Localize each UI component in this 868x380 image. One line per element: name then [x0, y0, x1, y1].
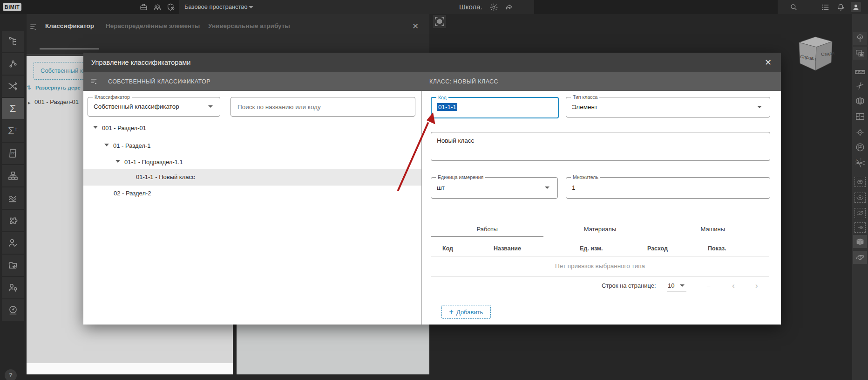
solid-view-icon[interactable] — [853, 235, 867, 248]
class-type-value: Элемент — [572, 97, 597, 117]
projects-icon[interactable] — [139, 3, 148, 12]
model-tree-icon[interactable] — [2, 31, 24, 52]
dialog-title-bar: Управление классификаторами — [83, 53, 781, 72]
tab-universal-attributes[interactable]: Универсальные атрибуты — [208, 14, 290, 38]
list-view-icon[interactable] — [821, 3, 830, 12]
description-value: Новый класс — [437, 137, 474, 144]
dialog-column-divider — [421, 91, 422, 325]
account-icon[interactable] — [851, 2, 861, 12]
multiplier-value: 1 — [572, 178, 576, 198]
locate-icon[interactable] — [853, 126, 867, 139]
table-bottom-divider — [431, 276, 769, 276]
project-title: Школа. — [459, 0, 482, 14]
page-next-icon[interactable]: › — [755, 281, 758, 290]
floor-plan-icon[interactable] — [853, 110, 867, 123]
tree-item-01-1-1-selected[interactable]: 01-1-1 - Новый класс — [83, 169, 421, 186]
focus-view-icon[interactable] — [433, 15, 446, 28]
tree-caret-icon[interactable] — [115, 160, 120, 165]
grid-axes-icon[interactable]: 12 — [853, 157, 867, 170]
ghost-box-icon[interactable] — [853, 175, 867, 188]
classifier-select-field[interactable]: Классификатор Собственный классификатор — [88, 97, 220, 117]
description-textarea[interactable]: Новый класс — [431, 132, 770, 161]
shield-user-icon[interactable] — [166, 3, 176, 12]
code-field-label: Код — [436, 95, 448, 100]
search-icon[interactable] — [789, 3, 798, 12]
left-section-menu-icon[interactable] — [90, 78, 99, 85]
rows-per-page-select[interactable]: 10 — [667, 282, 686, 291]
unit-value: шт — [437, 178, 445, 198]
team-icon[interactable] — [153, 3, 162, 12]
dialog-section-band: СОБСТВЕННЫЙ КЛАССИФИКАТОР КЛАСС: НОВЫЙ К… — [83, 72, 781, 91]
show-hidden-icon[interactable] — [853, 191, 867, 204]
plus-icon: + — [449, 308, 454, 316]
sum-icon[interactable]: Σ — [2, 98, 24, 119]
section-box-icon[interactable] — [853, 94, 867, 107]
left-section-header: СОБСТВЕННЫЙ КЛАССИФИКАТОР — [108, 72, 210, 91]
app-logo: BiMiT — [3, 3, 21, 11]
section-plane-icon[interactable] — [853, 79, 867, 92]
shuffle-icon[interactable] — [2, 76, 24, 97]
filter-menu-icon[interactable] — [29, 23, 39, 31]
org-chart-icon[interactable] — [2, 165, 24, 187]
flag-icon[interactable] — [853, 141, 867, 154]
route-points-icon[interactable] — [2, 53, 24, 75]
tab-machines[interactable]: Машины — [657, 223, 769, 237]
tree-item-02[interactable]: 02 - Раздел-2 — [83, 186, 421, 201]
view-cube[interactable]: Справа Сзади — [796, 34, 835, 74]
settings-gear-icon[interactable] — [489, 3, 498, 12]
add-binding-button[interactable]: + Добавить — [441, 305, 491, 319]
right-toolbar: 12 — [852, 14, 868, 380]
code-field[interactable]: Код 01-1-1 — [431, 97, 559, 118]
tab-works[interactable]: Работы — [431, 223, 543, 237]
app-window: BiMiT Базовое пространство Школа. — [0, 0, 868, 380]
panel-close-icon[interactable]: ✕ — [412, 21, 419, 31]
drawing-2d-icon[interactable]: 2D — [2, 143, 24, 164]
notifications-bell-icon[interactable] — [836, 3, 845, 12]
workspace-caret-icon[interactable] — [249, 6, 253, 8]
user-location-icon[interactable] — [2, 277, 24, 298]
col-unit: Ед. изм. — [580, 245, 603, 252]
unit-select[interactable]: Единица измерения шт — [431, 177, 558, 199]
class-type-select[interactable]: Тип класса Элемент — [566, 97, 770, 117]
plugin-puzzle-icon[interactable] — [2, 210, 24, 231]
multiplier-field[interactable]: Множитель 1 — [566, 177, 770, 199]
share-icon[interactable] — [505, 3, 514, 12]
trend-chart-icon[interactable] — [2, 187, 24, 209]
selection-frames-icon[interactable] — [853, 47, 867, 60]
dialog-close-icon[interactable]: ✕ — [765, 57, 772, 68]
hide-icon[interactable] — [853, 207, 867, 220]
top-bar: BiMiT Базовое пространство Школа. — [0, 0, 868, 14]
tree-item-01[interactable]: 01 - Раздел-1 — [83, 138, 421, 154]
tab-classifier-underline — [40, 48, 99, 49]
tree-item-001[interactable]: 001 - Раздел-01 — [83, 120, 421, 136]
search-input[interactable] — [237, 98, 411, 116]
sum-add-icon[interactable]: Σ+ — [2, 120, 24, 142]
cube-face-right-label: Сзади — [821, 50, 835, 57]
svg-text:1: 1 — [856, 159, 857, 162]
expand-tree-link[interactable]: Развернуть дере — [35, 85, 83, 90]
folder-share-icon[interactable] — [2, 255, 24, 276]
ruler-icon[interactable] — [853, 65, 867, 78]
classifier-select-caret-icon — [208, 105, 213, 108]
tab-classifier[interactable]: Классификатор — [45, 14, 94, 38]
tree-panel-footer — [27, 363, 233, 374]
workspace-selector-label[interactable]: Базовое пространство — [184, 0, 248, 14]
gauge-icon[interactable] — [2, 299, 24, 321]
bg-tree-caret-icon[interactable]: ▸ — [28, 100, 31, 106]
orbit-icon[interactable] — [853, 251, 867, 264]
user-check-icon[interactable] — [2, 232, 24, 254]
tree-caret-icon[interactable] — [104, 144, 109, 149]
tree-caret-icon[interactable] — [93, 126, 98, 131]
vegetation-icon[interactable] — [853, 32, 867, 45]
dialog-title: Управление классификаторами — [83, 59, 190, 66]
tab-materials[interactable]: Материалы — [543, 223, 656, 237]
page-prev-icon[interactable]: ‹ — [732, 281, 735, 290]
expand-collapse-icon[interactable]: ⇅ — [27, 84, 31, 91]
help-button[interactable]: ? — [5, 369, 17, 380]
unit-caret-icon — [545, 187, 549, 189]
bg-tree-item[interactable]: 001 - Раздел-01 — [34, 98, 83, 105]
tab-unallocated-elements[interactable]: Нераспределённые элементы — [106, 14, 200, 38]
tree-item-01-1[interactable]: 01-1 - Подраздел-1.1 — [83, 154, 421, 170]
col-name: Название — [494, 245, 521, 252]
clear-selection-icon[interactable] — [853, 221, 867, 234]
